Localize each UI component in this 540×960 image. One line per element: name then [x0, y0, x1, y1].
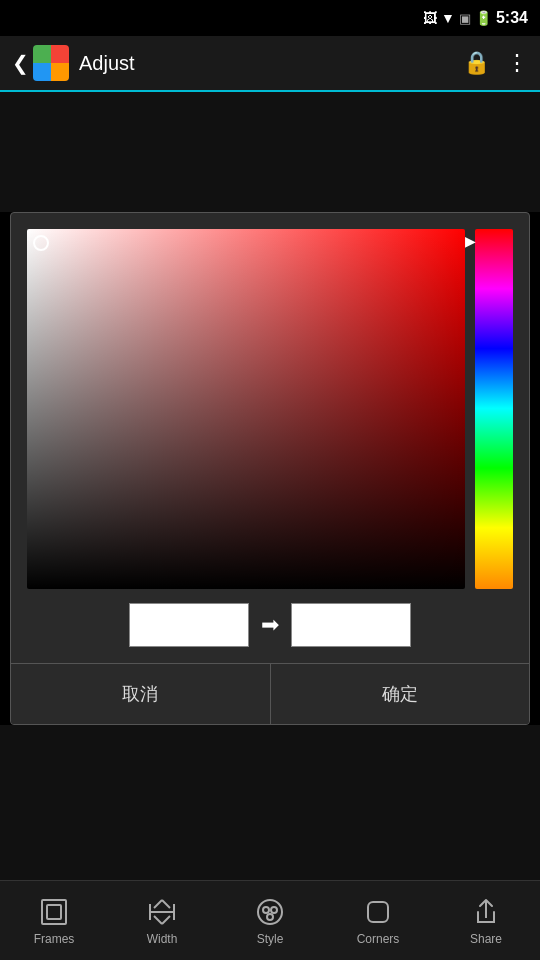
svg-rect-0: [42, 900, 66, 924]
battery-icon: 🔋: [475, 10, 492, 26]
top-bar: ❮ Adjust 🔒 ⋮: [0, 36, 540, 92]
svg-line-8: [154, 916, 162, 924]
svg-rect-1: [47, 905, 61, 919]
svg-line-5: [162, 900, 170, 908]
style-icon: [254, 896, 286, 928]
svg-line-7: [154, 900, 162, 908]
picker-cursor[interactable]: [33, 235, 49, 251]
wifi-icon: ▼: [441, 10, 455, 26]
svg-point-12: [267, 914, 273, 920]
style-label: Style: [257, 932, 284, 946]
bottom-nav: Frames Width Style Corners: [0, 880, 540, 960]
color-after: [291, 603, 411, 647]
dark-area-top: [0, 92, 540, 212]
logo-q3: [33, 63, 51, 81]
arrow-right-icon: ➡: [261, 612, 279, 638]
nav-item-share[interactable]: Share: [446, 896, 526, 946]
top-bar-actions: 🔒 ⋮: [463, 50, 528, 76]
share-icon: [470, 896, 502, 928]
picker-area: ▶: [27, 229, 513, 589]
svg-point-11: [271, 907, 277, 913]
nav-item-style[interactable]: Style: [230, 896, 310, 946]
width-label: Width: [147, 932, 178, 946]
color-gradient[interactable]: [27, 229, 465, 589]
image-icon: 🖼: [423, 10, 437, 26]
app-logo: [33, 45, 69, 81]
confirm-button[interactable]: 确定: [271, 664, 530, 724]
cancel-button[interactable]: 取消: [11, 664, 271, 724]
color-picker-dialog: ▶ ➡ 取消 确定: [10, 212, 530, 725]
color-preview-row: ➡: [129, 603, 411, 647]
app-title: Adjust: [79, 52, 463, 75]
lock-icon[interactable]: 🔒: [463, 50, 490, 76]
nav-item-width[interactable]: Width: [122, 896, 202, 946]
hue-arrow: ▶: [465, 233, 476, 249]
logo-q4: [51, 63, 69, 81]
dark-area-bottom: [0, 725, 540, 880]
svg-point-10: [263, 907, 269, 913]
nav-item-corners[interactable]: Corners: [338, 896, 418, 946]
svg-line-6: [162, 916, 170, 924]
width-icon: [146, 896, 178, 928]
svg-rect-13: [368, 902, 388, 922]
nav-item-frames[interactable]: Frames: [14, 896, 94, 946]
signal-icon: ▣: [459, 11, 471, 26]
status-bar: 🖼 ▼ ▣ 🔋 5:34: [0, 0, 540, 36]
main-content: ▶ ➡ 取消 确定: [0, 92, 540, 880]
status-time: 5:34: [496, 9, 528, 27]
corners-icon: [362, 896, 394, 928]
logo-q2: [51, 45, 69, 63]
dialog-buttons: 取消 确定: [11, 663, 529, 724]
share-label: Share: [470, 932, 502, 946]
logo-q1: [33, 45, 51, 63]
color-before: [129, 603, 249, 647]
frames-icon: [38, 896, 70, 928]
corners-label: Corners: [357, 932, 400, 946]
hue-slider[interactable]: ▶: [475, 229, 513, 589]
more-menu-icon[interactable]: ⋮: [506, 50, 528, 76]
dialog-body: ▶ ➡: [11, 213, 529, 663]
status-icons: 🖼 ▼ ▣ 🔋 5:34: [423, 9, 528, 27]
frames-label: Frames: [34, 932, 75, 946]
back-button[interactable]: ❮: [12, 51, 29, 75]
